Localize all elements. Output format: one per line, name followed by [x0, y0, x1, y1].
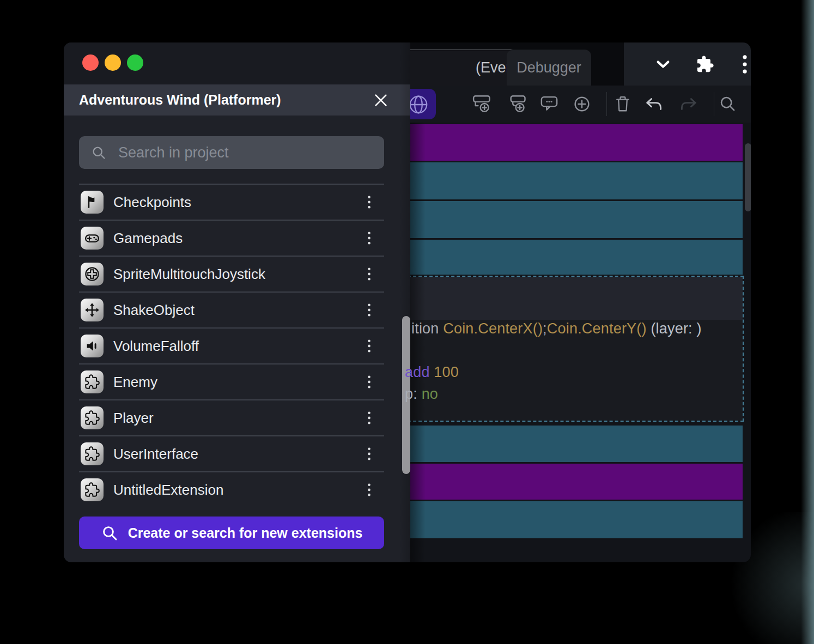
search-input[interactable]: [117, 144, 372, 162]
item-menu-kebab-icon[interactable]: [365, 229, 373, 247]
list-item-gamepads[interactable]: Gamepads: [79, 220, 384, 256]
list-item-spritemultitouchjoystick[interactable]: SpriteMultitouchJoystick: [79, 256, 384, 291]
project-search[interactable]: [79, 136, 384, 169]
close-panel-button[interactable]: [373, 92, 389, 108]
move-arrows-icon: [81, 299, 104, 321]
close-icon: [373, 93, 388, 108]
search-icon: [91, 145, 106, 160]
kebab-menu-icon[interactable]: [742, 54, 748, 74]
puzzle-icon: [81, 478, 104, 501]
list-item-shakeobject[interactable]: ShakeObject: [79, 291, 384, 327]
item-menu-kebab-icon[interactable]: [365, 193, 373, 211]
traffic-light-minimize[interactable]: [105, 54, 121, 71]
item-menu-kebab-icon[interactable]: [365, 409, 373, 427]
project-title: Adventurous Wind (Platformer): [79, 92, 281, 108]
extension-list: Checkpoints Gamepads SpriteMultitouchJoy…: [79, 184, 384, 507]
toolbar-separator: [714, 92, 714, 116]
trash-icon[interactable]: [612, 94, 633, 114]
add-subevent-icon[interactable]: [507, 93, 529, 115]
puzzle-icon[interactable]: [696, 55, 714, 74]
item-menu-kebab-icon[interactable]: [365, 265, 373, 283]
list-item-enemy[interactable]: Enemy: [79, 363, 384, 399]
drawer-shadow: [410, 123, 426, 562]
create-extension-label: Create or search for new extensions: [128, 525, 363, 541]
item-menu-kebab-icon[interactable]: [365, 373, 373, 391]
item-menu-kebab-icon[interactable]: [365, 445, 373, 463]
event-action-text: ition Coin.CenterX();Coin.CenterY() (lay…: [411, 320, 702, 337]
desktop: (Events) Debugger: [0, 0, 814, 644]
list-item-player[interactable]: Player: [79, 399, 384, 435]
list-item-untitledextension[interactable]: UntitledExtension: [79, 471, 384, 507]
event-action-text: p: no: [405, 386, 438, 403]
speaker-icon: [81, 335, 104, 357]
item-menu-kebab-icon[interactable]: [365, 301, 373, 319]
puzzle-icon: [81, 442, 104, 465]
redo-icon[interactable]: [677, 93, 698, 115]
search-icon: [101, 524, 118, 542]
event-action-text: add 100: [405, 364, 459, 381]
events-scrollbar[interactable]: [745, 143, 751, 211]
tab-bar-right-panel: [624, 42, 751, 86]
project-manager-panel: Adventurous Wind (Platformer) Checkpoint…: [64, 42, 410, 562]
create-extension-button[interactable]: Create or search for new extensions: [79, 517, 384, 549]
add-event-icon[interactable]: [471, 93, 493, 115]
tab-debugger[interactable]: Debugger: [507, 50, 591, 86]
undo-icon[interactable]: [644, 93, 666, 115]
traffic-light-close[interactable]: [82, 54, 99, 71]
item-menu-kebab-icon[interactable]: [365, 481, 373, 499]
window-titlebar: [64, 42, 410, 84]
add-comment-icon[interactable]: [538, 93, 560, 115]
joystick-icon: [81, 263, 104, 285]
list-item-checkpoints[interactable]: Checkpoints: [79, 184, 384, 220]
chevron-down-icon[interactable]: [655, 56, 671, 72]
flag-icon: [81, 191, 104, 214]
drawer-gutter: [399, 42, 410, 562]
traffic-light-zoom[interactable]: [127, 54, 143, 71]
puzzle-icon: [81, 406, 104, 429]
list-item-userinterface[interactable]: UserInterface: [79, 435, 384, 471]
tab-debugger-label: Debugger: [517, 59, 581, 76]
list-item-volumefalloff[interactable]: VolumeFalloff: [79, 327, 384, 363]
add-circle-icon[interactable]: [571, 93, 593, 115]
gamepad-icon: [81, 227, 104, 250]
puzzle-icon: [81, 370, 104, 393]
toolbar-separator: [606, 92, 607, 116]
search-icon[interactable]: [718, 94, 738, 114]
project-header: Adventurous Wind (Platformer): [64, 84, 410, 116]
item-menu-kebab-icon[interactable]: [365, 337, 373, 355]
